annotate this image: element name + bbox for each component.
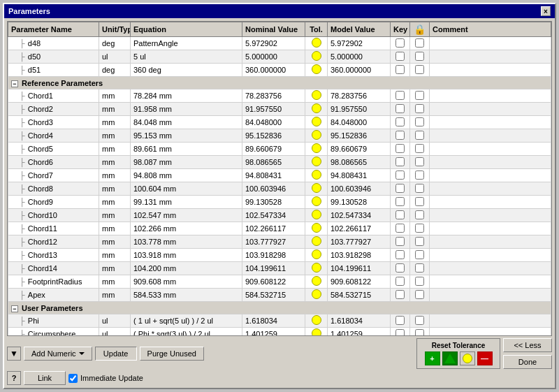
icon-checkbox[interactable] — [415, 157, 424, 166]
done-button[interactable]: Done — [503, 355, 552, 369]
param-name[interactable]: Chord8 — [28, 184, 53, 193]
icon-checkbox[interactable] — [415, 184, 424, 193]
icon-checkbox[interactable] — [415, 52, 424, 61]
icon-checkbox[interactable] — [415, 38, 424, 48]
icon-checkbox[interactable] — [415, 197, 424, 206]
param-icon-cell[interactable] — [410, 37, 430, 50]
param-icon-cell[interactable] — [410, 249, 430, 262]
param-icon-cell[interactable] — [410, 314, 430, 328]
collapse-icon[interactable]: − — [11, 80, 18, 87]
key-checkbox[interactable] — [395, 104, 405, 113]
param-tol-cell[interactable] — [305, 156, 328, 169]
param-icon-cell[interactable] — [410, 169, 430, 182]
param-icon-cell[interactable] — [410, 103, 430, 116]
param-tol-cell[interactable] — [305, 64, 328, 77]
param-name[interactable]: Chord2 — [28, 105, 53, 113]
key-checkbox[interactable] — [395, 184, 405, 193]
key-checkbox[interactable] — [395, 131, 405, 140]
tolerance-circle-button[interactable] — [460, 351, 475, 365]
param-key-cell[interactable] — [391, 328, 410, 337]
param-key-cell[interactable] — [391, 314, 410, 328]
param-tol-cell[interactable] — [305, 275, 328, 289]
param-name[interactable]: Circumsphere — [28, 330, 75, 336]
update-button[interactable]: Update — [95, 347, 137, 361]
param-name[interactable]: Chord6 — [28, 158, 53, 166]
param-icon-cell[interactable] — [410, 196, 430, 209]
immediate-update-checkbox[interactable] — [68, 374, 78, 383]
param-key-cell[interactable] — [391, 262, 410, 275]
key-checkbox[interactable] — [395, 144, 405, 153]
icon-checkbox[interactable] — [415, 91, 424, 100]
key-checkbox[interactable] — [395, 316, 405, 325]
param-tol-cell[interactable] — [305, 182, 328, 196]
param-icon-cell[interactable] — [410, 50, 430, 64]
icon-checkbox[interactable] — [415, 131, 424, 140]
param-tol-cell[interactable] — [305, 235, 328, 249]
param-key-cell[interactable] — [391, 143, 410, 156]
param-key-cell[interactable] — [391, 249, 410, 262]
param-tol-cell[interactable] — [305, 50, 328, 64]
param-tol-cell[interactable] — [305, 37, 328, 50]
param-name[interactable]: Chord1 — [28, 92, 53, 100]
param-key-cell[interactable] — [391, 289, 410, 302]
key-checkbox[interactable] — [395, 237, 405, 246]
icon-checkbox[interactable] — [415, 237, 424, 246]
param-name[interactable]: Phi — [28, 317, 39, 325]
tolerance-triangle-button[interactable] — [442, 351, 458, 365]
param-name[interactable]: Chord9 — [28, 198, 53, 206]
param-tol-cell[interactable] — [305, 129, 328, 143]
key-checkbox[interactable] — [395, 263, 405, 273]
param-icon-cell[interactable] — [410, 262, 430, 275]
param-icon-cell[interactable] — [410, 328, 430, 337]
param-icon-cell[interactable] — [410, 116, 430, 129]
param-name[interactable]: Chord10 — [28, 211, 57, 219]
param-name[interactable]: Chord13 — [28, 251, 57, 259]
param-tol-cell[interactable] — [305, 314, 328, 328]
param-tol-cell[interactable] — [305, 89, 328, 103]
param-name[interactable]: Apex — [28, 291, 45, 299]
param-name[interactable]: Chord12 — [28, 238, 57, 246]
param-key-cell[interactable] — [391, 235, 410, 249]
key-checkbox[interactable] — [395, 290, 405, 299]
param-key-cell[interactable] — [391, 37, 410, 50]
key-checkbox[interactable] — [395, 277, 405, 286]
param-name[interactable]: Chord7 — [28, 171, 53, 180]
param-name[interactable]: Chord4 — [28, 131, 53, 140]
tolerance-minus-button[interactable]: — — [477, 351, 493, 365]
icon-checkbox[interactable] — [415, 144, 424, 153]
param-name[interactable]: d48 — [28, 39, 41, 48]
icon-checkbox[interactable] — [415, 210, 424, 219]
param-tol-cell[interactable] — [305, 328, 328, 337]
param-key-cell[interactable] — [391, 50, 410, 64]
param-key-cell[interactable] — [391, 89, 410, 103]
close-button[interactable]: × — [541, 6, 551, 16]
add-numeric-button[interactable]: Add Numeric — [24, 347, 92, 361]
icon-checkbox[interactable] — [415, 263, 424, 273]
param-name[interactable]: Chord11 — [28, 224, 57, 233]
param-name[interactable]: d50 — [28, 52, 41, 61]
param-key-cell[interactable] — [391, 129, 410, 143]
param-tol-cell[interactable] — [305, 262, 328, 275]
param-tol-cell[interactable] — [305, 116, 328, 129]
key-checkbox[interactable] — [395, 210, 405, 219]
param-icon-cell[interactable] — [410, 89, 430, 103]
help-icon[interactable]: ? — [7, 371, 21, 385]
icon-checkbox[interactable] — [415, 104, 424, 113]
param-tol-cell[interactable] — [305, 289, 328, 302]
param-icon-cell[interactable] — [410, 64, 430, 77]
icon-checkbox[interactable] — [415, 170, 424, 180]
tolerance-plus-button[interactable]: + — [425, 351, 440, 365]
param-icon-cell[interactable] — [410, 129, 430, 143]
link-button[interactable]: Link — [24, 371, 66, 385]
param-tol-cell[interactable] — [305, 143, 328, 156]
param-icon-cell[interactable] — [410, 182, 430, 196]
param-icon-cell[interactable] — [410, 156, 430, 169]
key-checkbox[interactable] — [395, 38, 405, 48]
filter-icon[interactable]: ▼ — [7, 347, 21, 361]
icon-checkbox[interactable] — [415, 65, 424, 74]
param-name[interactable]: Chord14 — [28, 264, 57, 273]
param-tol-cell[interactable] — [305, 169, 328, 182]
parameters-table-container[interactable]: Parameter Name Unit/Type Equation Nomina… — [7, 21, 552, 336]
param-icon-cell[interactable] — [410, 275, 430, 289]
icon-checkbox[interactable] — [415, 277, 424, 286]
